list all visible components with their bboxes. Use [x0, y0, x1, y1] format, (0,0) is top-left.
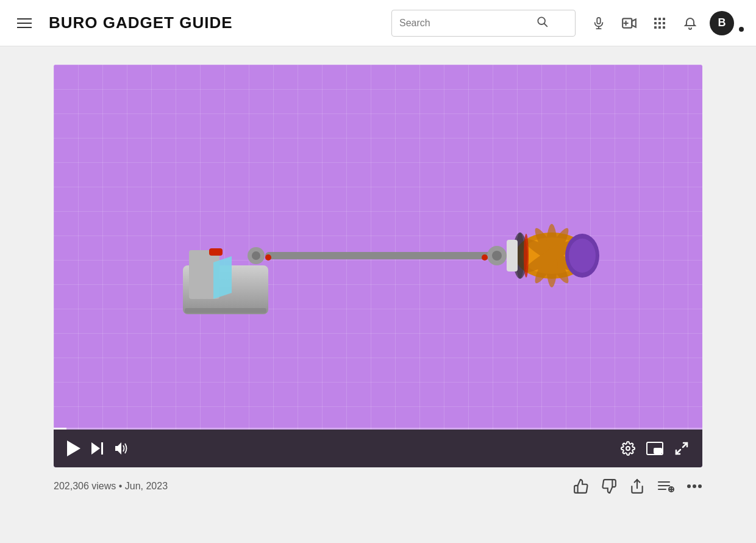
svg-point-56: [698, 484, 702, 488]
svg-rect-12: [654, 22, 657, 24]
play-button[interactable]: [67, 441, 80, 456]
svg-point-25: [265, 254, 271, 261]
svg-rect-11: [663, 18, 665, 20]
share-icon: [629, 478, 645, 494]
video-display[interactable]: [54, 65, 702, 430]
meta-actions: [573, 478, 702, 494]
fullscreen-icon: [674, 441, 689, 456]
fullscreen-button[interactable]: [674, 441, 689, 456]
svg-rect-10: [658, 18, 661, 20]
settings-icon: [621, 441, 635, 456]
svg-rect-22: [209, 248, 223, 256]
volume-icon: [114, 442, 130, 455]
svg-rect-42: [185, 308, 266, 313]
thumbs-down-icon: [601, 478, 617, 494]
save-playlist-icon: [657, 478, 674, 494]
more-icon: [686, 484, 702, 489]
skip-button[interactable]: [91, 442, 103, 455]
svg-rect-17: [663, 26, 665, 29]
search-bar: [391, 10, 576, 37]
more-options-button[interactable]: [686, 484, 702, 489]
controls-right: [621, 441, 689, 456]
svg-rect-15: [654, 26, 657, 29]
svg-point-37: [569, 239, 596, 273]
svg-point-40: [524, 234, 529, 278]
svg-rect-13: [658, 22, 661, 24]
share-button[interactable]: [629, 478, 645, 494]
controls-left: [67, 441, 130, 456]
svg-rect-2: [597, 17, 601, 23]
avatar[interactable]: B: [710, 11, 734, 35]
svg-line-1: [544, 24, 547, 27]
header: BURO GADGET GUIDE: [0, 0, 756, 46]
menu-button[interactable]: [12, 13, 37, 33]
svg-point-54: [687, 484, 691, 488]
video-meta: 202,306 views • Jun, 2023: [54, 478, 702, 494]
volume-button[interactable]: [114, 442, 130, 455]
svg-point-28: [482, 254, 488, 261]
miniplayer-button[interactable]: [646, 442, 663, 455]
header-icons: B: [588, 11, 744, 35]
progress-fill: [54, 428, 66, 430]
svg-rect-16: [658, 26, 661, 29]
svg-marker-6: [632, 19, 636, 27]
search-icon[interactable]: [536, 15, 548, 31]
svg-rect-46: [654, 448, 661, 453]
thumbs-up-icon: [573, 478, 589, 494]
avatar-dot: [739, 27, 744, 32]
main-content: 202,306 views • Jun, 2023: [0, 46, 756, 494]
svg-rect-14: [663, 22, 665, 24]
like-button[interactable]: [573, 478, 589, 494]
skip-icon: [91, 442, 103, 455]
svg-marker-43: [115, 442, 121, 455]
svg-point-27: [492, 251, 502, 261]
views-date: 202,306 views • Jun, 2023: [54, 481, 168, 492]
apps-icon[interactable]: [649, 12, 671, 34]
svg-point-24: [252, 251, 260, 260]
svg-point-55: [693, 484, 696, 488]
create-video-button[interactable]: [618, 12, 640, 34]
search-input[interactable]: [399, 18, 533, 29]
notifications-button[interactable]: [679, 12, 701, 34]
site-title: BURO GADGET GUIDE: [49, 13, 233, 32]
video-controls: [54, 430, 702, 467]
video-player: [54, 65, 702, 467]
video-thumbnail: [119, 143, 637, 351]
progress-bar[interactable]: [54, 428, 702, 430]
microphone-button[interactable]: [588, 12, 610, 34]
miniplayer-icon: [646, 442, 663, 455]
settings-button[interactable]: [621, 441, 635, 456]
save-button[interactable]: [657, 478, 674, 494]
svg-rect-18: [265, 252, 497, 259]
svg-rect-9: [654, 18, 657, 20]
dislike-button[interactable]: [601, 478, 617, 494]
svg-point-44: [626, 447, 630, 450]
svg-rect-41: [507, 240, 518, 272]
play-icon: [67, 441, 80, 456]
